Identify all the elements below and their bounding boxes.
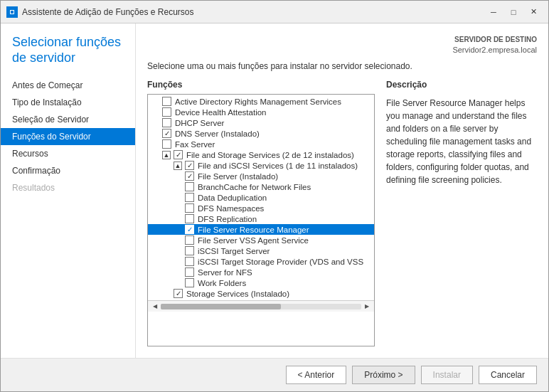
sidebar: Selecionar funções de servidor Antes de … xyxy=(1,23,136,358)
role-item-r10[interactable]: Data Deduplication xyxy=(148,192,374,203)
sidebar-item-funcoes[interactable]: Funções do Servidor xyxy=(1,128,135,145)
role-label-r10: Data Deduplication xyxy=(198,194,267,202)
checkbox-r13[interactable] xyxy=(185,225,194,234)
role-label-r7: File and iSCSI Services (1 de 11 instala… xyxy=(198,161,358,170)
role-item-r2[interactable]: Device Health Attestation xyxy=(148,107,374,117)
role-item-r11[interactable]: DFS Namespaces xyxy=(148,203,374,213)
checkbox-r7[interactable] xyxy=(185,161,194,170)
prev-button[interactable]: < Anterior xyxy=(286,366,347,384)
checkbox-r17[interactable] xyxy=(185,267,194,277)
destination-value: Servidor2.empresa.local xyxy=(147,45,537,55)
role-item-r17[interactable]: Server for NFS xyxy=(148,267,374,277)
role-label-r13: File Server Resource Manager xyxy=(198,226,309,234)
role-label-r14: File Server VSS Agent Service xyxy=(198,236,309,245)
sidebar-item-recursos[interactable]: Recursos xyxy=(1,145,135,162)
role-item-r12[interactable]: DFS Replication xyxy=(148,213,374,224)
role-label-r2: Device Health Attestation xyxy=(175,108,267,117)
main-instruction: Selecione uma ou mais funções para insta… xyxy=(147,61,537,71)
checkbox-r1[interactable] xyxy=(162,97,171,106)
role-item-r1[interactable]: Active Directory Rights Management Servi… xyxy=(148,96,374,107)
role-item-r19[interactable]: Storage Services (Instalado) xyxy=(148,288,374,299)
hscroll-track[interactable] xyxy=(161,304,361,309)
expander-r6[interactable]: ▲ xyxy=(162,151,171,159)
checkbox-r8[interactable] xyxy=(185,171,194,181)
role-label-r6: File and Storage Services (2 de 12 insta… xyxy=(186,151,354,159)
roles-list[interactable]: Active Directory Rights Management Servi… xyxy=(147,94,375,346)
main-content: Selecionar funções de servidor Antes de … xyxy=(1,23,548,358)
checkbox-r6[interactable] xyxy=(174,150,183,159)
sidebar-item-resultados: Resultados xyxy=(1,179,135,196)
role-label-r19: Storage Services (Instalado) xyxy=(186,290,289,298)
checkbox-r3[interactable] xyxy=(162,118,171,127)
role-label-r3: DHCP Server xyxy=(175,119,224,127)
role-label-r12: DFS Replication xyxy=(198,215,257,223)
next-button[interactable]: Próximo > xyxy=(352,366,415,384)
cancel-button[interactable]: Cancelar xyxy=(479,366,537,384)
role-label-r18: Work Folders xyxy=(198,279,246,287)
role-item-r7[interactable]: ▲ File and iSCSI Services (1 de 11 insta… xyxy=(148,160,374,171)
role-item-r9[interactable]: BranchCache for Network Files xyxy=(148,181,374,192)
role-label-r15: iSCSI Target Server xyxy=(198,247,270,255)
title-bar: Assistente de Adição de Funções e Recurs… xyxy=(1,1,548,23)
roles-section: Funções Active Directory Rights Manageme… xyxy=(147,80,375,346)
role-item-r6[interactable]: ▲ File and Storage Services (2 de 12 ins… xyxy=(148,149,374,160)
role-item-r4[interactable]: DNS Server (Instalado) xyxy=(148,128,374,139)
window-title: Assistente de Adição de Funções e Recurs… xyxy=(22,7,484,17)
maximize-button[interactable]: □ xyxy=(504,5,523,19)
checkbox-r15[interactable] xyxy=(185,246,194,255)
checkbox-r19[interactable] xyxy=(174,289,183,298)
checkbox-r11[interactable] xyxy=(185,203,194,213)
sidebar-header: Selecionar funções de servidor xyxy=(1,35,135,77)
role-label-r9: BranchCache for Network Files xyxy=(198,183,311,191)
role-label-r17: Server for NFS xyxy=(198,268,252,277)
horizontal-scrollbar[interactable]: ◀ ▶ xyxy=(148,300,374,312)
right-panel: SERVIDOR DE DESTINO Servidor2.empresa.lo… xyxy=(136,23,548,358)
svg-rect-2 xyxy=(11,11,14,14)
minimize-button[interactable]: ─ xyxy=(484,5,503,19)
bottom-bar: < Anterior Próximo > Instalar Cancelar xyxy=(1,358,548,391)
role-item-r15[interactable]: iSCSI Target Server xyxy=(148,245,374,256)
expander-r7[interactable]: ▲ xyxy=(174,161,182,170)
scroll-right-arrow[interactable]: ▶ xyxy=(361,301,373,312)
role-item-r8[interactable]: File Server (Instalado) xyxy=(148,171,374,181)
sidebar-item-antes[interactable]: Antes de Começar xyxy=(1,77,135,94)
sidebar-item-tipo[interactable]: Tipo de Instalação xyxy=(1,94,135,111)
role-item-r5[interactable]: Fax Server xyxy=(148,139,374,149)
checkbox-r2[interactable] xyxy=(162,107,171,117)
role-item-r13[interactable]: File Server Resource Manager xyxy=(148,224,374,235)
checkbox-r4[interactable] xyxy=(162,129,171,138)
role-label-r4: DNS Server (Instalado) xyxy=(175,129,260,138)
role-label-r11: DFS Namespaces xyxy=(198,204,264,213)
window-controls: ─ □ ✕ xyxy=(484,5,543,19)
role-label-r8: File Server (Instalado) xyxy=(198,172,278,181)
checkbox-r16[interactable] xyxy=(185,257,194,266)
sidebar-item-confirmacao[interactable]: Confirmação xyxy=(1,162,135,179)
destination-label: SERVIDOR DE DESTINO xyxy=(147,35,537,45)
role-label-r1: Active Directory Rights Management Servi… xyxy=(175,97,341,106)
roles-list-inner: Active Directory Rights Management Servi… xyxy=(148,95,374,300)
role-item-r3[interactable]: DHCP Server xyxy=(148,117,374,128)
columns-area: Funções Active Directory Rights Manageme… xyxy=(147,80,537,346)
role-label-r16: iSCSI Target Storage Provider (VDS and V… xyxy=(198,258,363,266)
roles-title: Funções xyxy=(147,80,375,90)
close-button[interactable]: ✕ xyxy=(524,5,543,19)
role-label-r5: Fax Server xyxy=(175,140,215,149)
role-item-r14[interactable]: File Server VSS Agent Service xyxy=(148,235,374,245)
role-item-r18[interactable]: Work Folders xyxy=(148,277,374,288)
description-section: Descrição File Server Resource Manager h… xyxy=(386,80,537,346)
role-item-r16[interactable]: iSCSI Target Storage Provider (VDS and V… xyxy=(148,256,374,267)
window-icon xyxy=(6,6,18,18)
main-window: Assistente de Adição de Funções e Recurs… xyxy=(0,0,549,392)
checkbox-r12[interactable] xyxy=(185,214,194,223)
scroll-left-arrow[interactable]: ◀ xyxy=(149,301,161,312)
sidebar-item-selecionar[interactable]: Seleção de Servidor xyxy=(1,111,135,128)
install-button[interactable]: Instalar xyxy=(421,366,473,384)
checkbox-r10[interactable] xyxy=(185,193,194,202)
checkbox-r5[interactable] xyxy=(162,139,171,149)
checkbox-r18[interactable] xyxy=(185,278,194,287)
hscroll-thumb[interactable] xyxy=(161,304,281,309)
description-title: Descrição xyxy=(386,80,537,90)
description-text: File Server Resource Manager helps you m… xyxy=(386,94,537,189)
checkbox-r9[interactable] xyxy=(185,182,194,191)
checkbox-r14[interactable] xyxy=(185,235,194,245)
